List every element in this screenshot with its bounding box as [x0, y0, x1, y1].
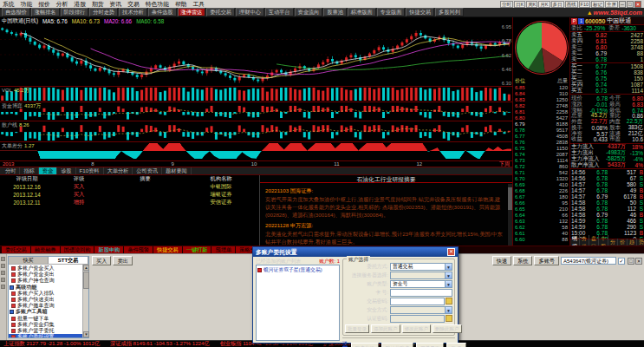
chart-tab-0[interactable]: 分时: [2, 167, 20, 174]
password-icon[interactable]: [446, 315, 452, 322]
chart-tab-2[interactable]: 资金: [39, 167, 57, 174]
help-link[interactable]: 说明: [342, 340, 348, 347]
ws-right-button-1[interactable]: 系统: [513, 256, 532, 265]
chart-tab-7[interactable]: 题材要闻: [162, 167, 192, 174]
close-icon[interactable]: ✕: [634, 1, 641, 8]
toolbar-button-1[interactable]: 涨幅排名: [31, 8, 60, 16]
dialog-action-button-0[interactable]: 批量登录: [345, 324, 369, 333]
field-select[interactable]: 资金号▼: [390, 280, 452, 288]
ws-right-button-0[interactable]: 快速: [492, 256, 511, 265]
period-button-0[interactable]: 分时: [500, 1, 513, 8]
close-icon[interactable]: ✕: [447, 248, 455, 256]
strip-icon-1[interactable]: [1, 264, 5, 268]
period-button-5[interactable]: 画线: [565, 1, 578, 8]
quick-menu-item-4[interactable]: 条件预警: [124, 246, 153, 253]
ratings-row-1[interactable]: 2013.12.14买入瑞银证券: [0, 191, 259, 199]
dialog-action-button-3[interactable]: 删除此账户: [433, 324, 462, 333]
quick-menu-item-1[interactable]: 融资融券: [31, 246, 60, 253]
quick-menu-item-6[interactable]: 一键打新: [183, 246, 211, 253]
period-button-1[interactable]: 日K: [514, 1, 525, 8]
tree-tab-1[interactable]: STT交易: [49, 257, 88, 264]
ratings-row-0[interactable]: 2013.12.16买入中银国际: [0, 183, 259, 191]
toolbar-button-15[interactable]: 多股同列: [435, 8, 464, 16]
quick-menu-item-0[interactable]: 委托交易: [2, 246, 30, 253]
indicator-pane-1[interactable]: 资金博弈4337万: [0, 102, 512, 121]
dialog-bottom-button-2[interactable]: 下单界面: [416, 343, 444, 347]
buy-button[interactable]: 买入: [92, 256, 111, 265]
password-icon[interactable]: [446, 298, 452, 304]
account-listbox[interactable]: 银河证券双子星(普通交易): [256, 265, 340, 341]
toolbar-button-11[interactable]: 股票池: [323, 8, 347, 16]
chart-tab-6[interactable]: 公司资讯: [133, 167, 162, 174]
field-input[interactable]: [390, 298, 445, 305]
strip-icon-4[interactable]: [1, 285, 5, 289]
tick-price: 6.78: [589, 175, 608, 181]
toolbar-button-14[interactable]: 快捷交易: [406, 8, 434, 16]
sell-button[interactable]: 卖出: [113, 256, 132, 265]
scroll-up-arrow[interactable]: ▲: [83, 265, 89, 271]
scroll-down-arrow[interactable]: ▼: [83, 331, 89, 337]
chart-tab-1[interactable]: 指标: [20, 167, 38, 174]
chart-tab-4[interactable]: F10资料: [76, 167, 104, 174]
chevron-down-icon[interactable]: ▼: [445, 281, 452, 287]
news-scrollbar[interactable]: [508, 184, 512, 246]
quick-menu-item-2[interactable]: 国债逆回购: [61, 246, 94, 253]
chart-tab-3[interactable]: 诊股: [57, 167, 75, 174]
dialog-bottom-button-0[interactable]: 账户分组: [351, 343, 379, 347]
period-button-6[interactable]: F10: [579, 1, 590, 8]
toolbar-button-12[interactable]: 标准版面: [348, 8, 376, 16]
period-button-2[interactable]: 周K: [526, 1, 537, 8]
toolbar-button-10[interactable]: 资金流向: [295, 8, 323, 16]
tree-scrollbar[interactable]: ▲ ▼: [82, 265, 88, 337]
field-select[interactable]: 普通交易▼: [390, 263, 452, 271]
field-input[interactable]: [390, 289, 452, 297]
maximize-icon[interactable]: □: [627, 1, 634, 8]
chevron-down-icon[interactable]: ▼: [445, 272, 452, 278]
quick-menu-item-5[interactable]: 快捷交易: [153, 246, 182, 253]
toolbar-button-9[interactable]: 互动平台: [265, 8, 294, 16]
strip-icon-2[interactable]: [1, 271, 5, 275]
period-button-7[interactable]: 标记: [591, 1, 604, 8]
dialog-bottom-button-3[interactable]: 登 录: [446, 343, 466, 347]
page-badge-1[interactable]: 1: [578, 18, 584, 24]
chart-tab-5[interactable]: 大单分析: [104, 167, 133, 174]
toolbar-button-6[interactable]: 涨停雷达: [178, 8, 206, 16]
scroll-thumb[interactable]: [508, 187, 512, 210]
toolbar-button-5[interactable]: 条件选股: [148, 8, 177, 16]
dialog-action-button-1[interactable]: 添加此账户: [371, 324, 400, 333]
tree-item-11[interactable]: 多账户委托设置: [9, 334, 82, 337]
chevron-down-icon[interactable]: ▼: [445, 264, 452, 270]
ws-right-button-2[interactable]: 多账号: [534, 256, 559, 265]
page-badge-p[interactable]: P: [571, 18, 577, 24]
account-input[interactable]: A543647(银河证券): [561, 257, 616, 265]
strip-icon-3[interactable]: [1, 278, 5, 282]
chevron-down-icon[interactable]: ▼: [445, 307, 452, 313]
tree-tab-0[interactable]: 快买: [9, 257, 49, 264]
period-button-4[interactable]: 多日: [551, 1, 564, 8]
account-list-item[interactable]: 银河证券双子星(普通交易): [257, 266, 338, 274]
candlestick-pane[interactable]: 6.956.786.626.466.30: [0, 24, 512, 87]
toolbar-button-4[interactable]: 技术分析: [119, 8, 147, 16]
checkbox[interactable]: ✓: [618, 258, 625, 265]
period-button-8[interactable]: 全屏: [605, 1, 618, 8]
toolbar-button-2[interactable]: 阶段排行: [61, 8, 89, 16]
dialog-bottom-button-1[interactable]: 默认此账户: [381, 343, 414, 347]
period-button-3[interactable]: 月K: [538, 1, 550, 8]
strip-icon-0[interactable]: [1, 257, 5, 261]
quick-menu-item-3[interactable]: 新股申购: [94, 246, 123, 253]
oscillator-pane[interactable]: 大单差分1.27: [0, 142, 512, 161]
toolbar-button-0[interactable]: 自选报价: [2, 8, 30, 16]
minimize-icon[interactable]: ─: [619, 1, 626, 8]
ratings-row-2[interactable]: 2013.12.11增持安信证券: [0, 199, 259, 206]
dialog-action-button-2[interactable]: 修改此账户: [402, 324, 432, 333]
toolbar-button-13[interactable]: 专业版面: [377, 8, 406, 16]
scroll-thumb[interactable]: [83, 272, 89, 289]
toolbar-button-3[interactable]: 分时走势: [89, 8, 118, 16]
close-icon[interactable]: ✕: [635, 258, 642, 265]
quick-menu-item-7[interactable]: 预埋单: [211, 246, 235, 253]
indicator-pane-2[interactable]: 散户线8.26: [0, 121, 512, 142]
volume-pane[interactable]: VOL45.2万: [0, 87, 512, 102]
toolbar-button-7[interactable]: 委托交易: [206, 8, 235, 16]
restore-icon[interactable]: □: [628, 258, 634, 265]
toolbar-button-8[interactable]: 理财中心: [236, 8, 264, 16]
